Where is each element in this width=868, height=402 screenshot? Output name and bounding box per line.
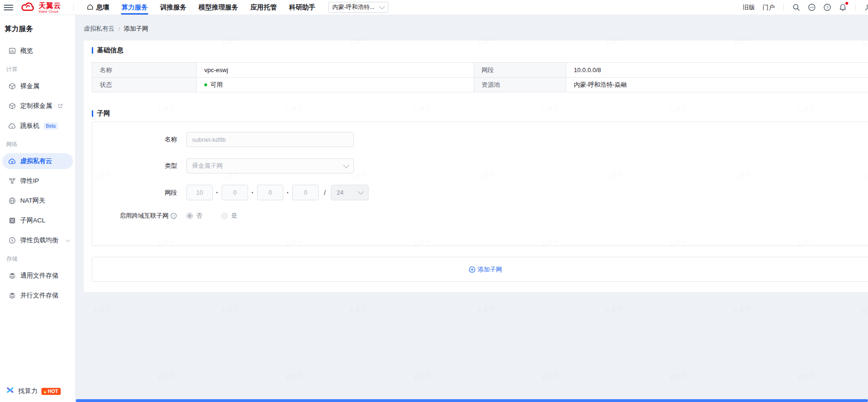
cidr-slash: / bbox=[324, 189, 326, 197]
breadcrumb-separator: / bbox=[118, 25, 120, 33]
nav-item-model-inference[interactable]: 模型推理服务 bbox=[193, 0, 244, 15]
cidr-octet-1-input[interactable] bbox=[186, 185, 213, 200]
section-accent-bar bbox=[92, 110, 93, 117]
nav-item-research-assistant[interactable]: 科研助手 bbox=[283, 0, 321, 15]
acl-tools-icon bbox=[8, 217, 16, 224]
network-nodes-icon bbox=[8, 177, 16, 185]
user-avatar-icon[interactable] bbox=[864, 3, 868, 11]
section-accent-bar bbox=[92, 47, 93, 54]
brand-logo[interactable]: 天翼云 State Cloud bbox=[20, 1, 61, 14]
basic-info-table: 名称 vpc-eswj 网段 10.0.0.0/8 状态 可用 资源池 内蒙-呼… bbox=[92, 62, 868, 92]
basic-info-section-title: 基础信息 bbox=[92, 46, 868, 55]
svg-text:?: ? bbox=[826, 5, 828, 10]
chevron-down-icon bbox=[66, 238, 70, 242]
sidebar-item-bare-metal[interactable]: 裸金属 bbox=[2, 78, 73, 94]
radio-option-yes[interactable]: 是 bbox=[221, 212, 237, 220]
topbar-divider bbox=[855, 4, 856, 11]
nav-item-label: 应用托管 bbox=[250, 3, 277, 12]
nav-item-training-service[interactable]: 训推服务 bbox=[154, 0, 193, 15]
hamburger-menu-icon[interactable] bbox=[4, 3, 13, 12]
chevron-down-icon bbox=[343, 162, 349, 168]
info-value-name: vpc-eswj bbox=[197, 63, 474, 77]
sidebar-group-storage: 存储 bbox=[6, 255, 75, 263]
cidr-octet-4-input[interactable] bbox=[292, 185, 319, 200]
overview-chart-icon bbox=[8, 47, 16, 55]
layers-icon bbox=[8, 272, 16, 279]
sidebar-item-overview[interactable]: 概览 bbox=[2, 43, 73, 59]
nav-item-xirang[interactable]: 息壤 bbox=[80, 0, 115, 15]
sidebar-item-elastic-ip[interactable]: 弹性IP bbox=[2, 173, 73, 189]
status-dot-icon bbox=[204, 83, 207, 86]
breadcrumb-parent[interactable]: 虚拟私有云 bbox=[84, 25, 114, 33]
cidr-dot-separator: · bbox=[248, 189, 257, 197]
subnet-section-title: 子网 bbox=[92, 109, 868, 118]
nav-item-app-hosting[interactable]: 应用托管 bbox=[244, 0, 283, 15]
hot-badge: 🔥HOT bbox=[41, 388, 61, 395]
chevron-down-icon bbox=[358, 189, 364, 195]
radio-yes-label: 是 bbox=[231, 212, 237, 220]
section-title-text: 基础信息 bbox=[97, 46, 123, 55]
sidebar-item-label: 跳板机 bbox=[20, 122, 40, 130]
sidebar-item-jump-server[interactable]: 跳板机 Beta bbox=[2, 118, 73, 134]
section-title-text: 子网 bbox=[97, 109, 110, 118]
sidebar-item-general-file-storage[interactable]: 通用文件存储 bbox=[2, 268, 73, 284]
question-circle-icon[interactable]: ? bbox=[170, 213, 177, 219]
sidebar-item-label: 通用文件存储 bbox=[20, 271, 58, 280]
sidebar-item-label: 子网ACL bbox=[20, 216, 45, 225]
region-select[interactable]: 内蒙-呼和浩特... bbox=[328, 2, 388, 13]
cidr-dot-separator: · bbox=[283, 189, 292, 197]
cidr-octet-3-input[interactable] bbox=[257, 185, 283, 200]
info-label-status: 状态 bbox=[92, 77, 197, 92]
cidr-octet-2-input[interactable] bbox=[222, 185, 248, 200]
add-subnet-button[interactable]: 添加子网 bbox=[469, 265, 502, 274]
cube-icon bbox=[8, 102, 16, 110]
notification-bell-icon[interactable] bbox=[839, 3, 847, 11]
layers-icon bbox=[8, 292, 16, 299]
portal-link[interactable]: 门户 bbox=[763, 3, 775, 12]
sidebar-item-label: 裸金属 bbox=[20, 82, 40, 90]
info-value-cidr: 10.0.0.0/8 bbox=[566, 63, 868, 77]
beta-badge: Beta bbox=[44, 123, 58, 130]
sidebar-item-custom-bare-metal[interactable]: 定制裸金属 bbox=[2, 98, 73, 114]
cloud-logo-icon bbox=[20, 1, 36, 14]
sidebar-item-label: 弹性负载均衡 bbox=[20, 236, 58, 245]
brand-title: 天翼云 bbox=[39, 2, 61, 9]
sidebar-item-label: 概览 bbox=[20, 47, 33, 55]
app-window: 天翼云 State Cloud 息壤 算力服务 训推服务 模型推理服务 应用托管… bbox=[0, 0, 868, 402]
flame-icon: 🔥 bbox=[43, 389, 48, 394]
sidebar-item-nat-gateway[interactable]: NAT网关 bbox=[2, 193, 73, 209]
subnet-cidr-label: 网段 bbox=[92, 189, 177, 197]
subnet-name-label: 名称 bbox=[92, 135, 177, 144]
status-badge: 可用 bbox=[210, 81, 223, 89]
sidebar-item-vpc[interactable]: 虚拟私有云 bbox=[2, 153, 73, 169]
home-icon bbox=[87, 3, 94, 12]
subnet-name-input[interactable] bbox=[186, 132, 354, 147]
horizontal-scrollbar[interactable] bbox=[76, 399, 868, 402]
more-circle-icon[interactable] bbox=[808, 3, 816, 11]
find-compute-icon bbox=[6, 386, 15, 396]
globe-icon bbox=[8, 197, 16, 205]
main-content: 虚拟私有云 / 添加子网 基础信息 名称 vpc-eswj 网段 10.0.0.… bbox=[76, 15, 868, 402]
old-version-link[interactable]: 旧版 bbox=[743, 3, 755, 12]
cross-domain-radio-group: 否 是 bbox=[186, 212, 237, 220]
subnet-type-select[interactable]: 裸金属子网 bbox=[186, 158, 354, 173]
help-icon[interactable]: ? bbox=[823, 3, 831, 11]
radio-option-no[interactable]: 否 bbox=[186, 212, 202, 220]
sidebar-item-label: 虚拟私有云 bbox=[20, 157, 52, 165]
add-subnet-label: 添加子网 bbox=[478, 265, 502, 274]
radio-selected-icon bbox=[186, 213, 193, 219]
info-label-cidr: 网段 bbox=[474, 63, 566, 77]
breadcrumb-current: 添加子网 bbox=[124, 25, 148, 33]
search-icon[interactable] bbox=[792, 3, 800, 11]
nav-item-compute-service[interactable]: 算力服务 bbox=[115, 0, 154, 15]
sidebar-item-label: 并行文件存储 bbox=[20, 291, 58, 300]
sidebar-item-elb[interactable]: 弹性负载均衡 bbox=[2, 232, 73, 248]
breadcrumb: 虚拟私有云 / 添加子网 bbox=[76, 15, 868, 33]
cidr-mask-select[interactable]: 24 bbox=[331, 185, 369, 200]
subnet-type-value: 裸金属子网 bbox=[192, 162, 223, 170]
region-select-value: 内蒙-呼和浩特... bbox=[332, 3, 375, 11]
sidebar-item-parallel-file-storage[interactable]: 并行文件存储 bbox=[2, 287, 73, 304]
sidebar-item-subnet-acl[interactable]: 子网ACL bbox=[2, 213, 73, 229]
find-compute-link[interactable]: 找算力 🔥HOT bbox=[6, 386, 61, 396]
detail-card: 基础信息 名称 vpc-eswj 网段 10.0.0.0/8 状态 可用 资源池… bbox=[84, 41, 868, 292]
